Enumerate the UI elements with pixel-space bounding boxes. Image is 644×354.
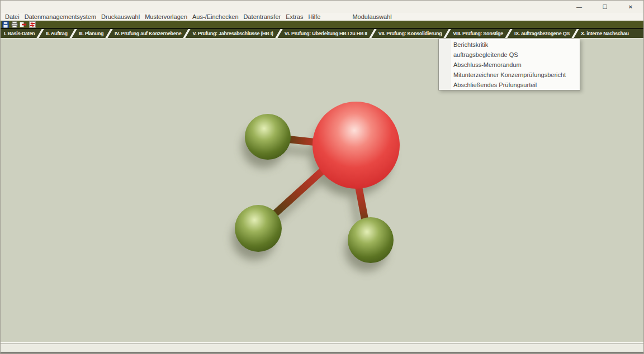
red-atom-sphere bbox=[312, 102, 400, 189]
dropdown-item-abschluss-memorandum[interactable]: Abschluss-Memorandum bbox=[439, 60, 580, 70]
save-icon bbox=[2, 21, 9, 28]
checkin-button[interactable] bbox=[20, 21, 27, 28]
dropdown-item-mitunterzeichner[interactable]: Mitunterzeichner Konzernprüfungsbericht bbox=[439, 70, 580, 80]
tab-bar: I. Basis-Daten II. Auftrag III. Planung … bbox=[1, 29, 643, 39]
checkin-icon bbox=[20, 21, 27, 28]
print-button[interactable] bbox=[11, 21, 18, 28]
menu-datentransfer[interactable]: Datentransfer bbox=[244, 13, 286, 20]
tab-pruefung-jahresabschluesse[interactable]: V. Prüfung: Jahresabschlüsse (HB I) bbox=[189, 29, 276, 38]
status-bar bbox=[1, 342, 643, 352]
tab-pruefung-ueberleitung[interactable]: VI. Prüfung: Überleitung HB I zu HB II bbox=[281, 29, 371, 38]
dropdown-item-auftragsbegleitende-qs[interactable]: auftragsbegleitende QS bbox=[439, 50, 580, 60]
close-button[interactable]: ✕ bbox=[618, 1, 643, 13]
menu-hilfe[interactable]: Hilfe bbox=[308, 13, 325, 20]
menu-extras[interactable]: Extras bbox=[286, 13, 308, 20]
qs-dropdown-menu: Berichtskritik auftragsbegleitende QS Ab… bbox=[438, 39, 580, 90]
green-atom-sphere bbox=[348, 217, 394, 263]
dropdown-item-abschliessendes-pruefungsurteil[interactable]: Abschließendes Prüfungsurteil bbox=[439, 80, 580, 90]
tab-pruefung-sonstige[interactable]: VIII. Prüfung: Sonstige bbox=[449, 29, 506, 38]
dropdown-item-berichtskritik[interactable]: Berichtskritik bbox=[439, 40, 580, 50]
tab-basis-daten[interactable]: I. Basis-Daten bbox=[1, 29, 38, 38]
transfer-button[interactable] bbox=[29, 21, 36, 28]
menu-aus-einchecken[interactable]: Aus-/Einchecken bbox=[192, 13, 244, 20]
maximize-button[interactable]: ☐ bbox=[592, 1, 618, 13]
menu-druckauswahl[interactable]: Druckauswahl bbox=[101, 13, 145, 20]
save-button[interactable] bbox=[2, 21, 9, 28]
menu-mustervorlagen[interactable]: Mustervorlagen bbox=[145, 13, 192, 20]
print-icon bbox=[11, 21, 18, 28]
tab-auftragsbezogene-qs[interactable]: IX. auftragsbezogene QS bbox=[511, 29, 573, 38]
tab-auftrag[interactable]: II. Auftrag bbox=[42, 29, 70, 38]
toolbar bbox=[1, 21, 643, 29]
menu-modulauswahl[interactable]: Modulauswahl bbox=[352, 13, 396, 20]
tab-planung[interactable]: III. Planung bbox=[75, 29, 107, 38]
tab-interne-nachschau[interactable]: X. interne Nachschau bbox=[577, 29, 632, 38]
content-area: Berichtskritik auftragsbegleitende QS Ab… bbox=[1, 39, 643, 342]
green-atom-sphere bbox=[235, 205, 282, 252]
menu-bar: Datei Datenmanagementsystem Druckauswahl… bbox=[1, 13, 643, 21]
app-window: — ☐ ✕ Datei Datenmanagementsystem Drucka… bbox=[0, 0, 644, 354]
menu-datenmanagementsystem[interactable]: Datenmanagementsystem bbox=[25, 13, 101, 20]
green-atom-sphere bbox=[245, 114, 291, 160]
transfer-icon bbox=[29, 21, 36, 28]
tab-pruefung-konzernebene[interactable]: IV. Prüfung auf Konzernebene bbox=[111, 29, 184, 38]
title-bar: — ☐ ✕ bbox=[1, 1, 643, 13]
menu-datei[interactable]: Datei bbox=[5, 13, 25, 20]
window-bottom-edge bbox=[1, 352, 643, 353]
tab-pruefung-konsolidierung[interactable]: VII. Prüfung: Konsolidierung bbox=[375, 29, 446, 38]
minimize-button[interactable]: — bbox=[566, 1, 592, 13]
